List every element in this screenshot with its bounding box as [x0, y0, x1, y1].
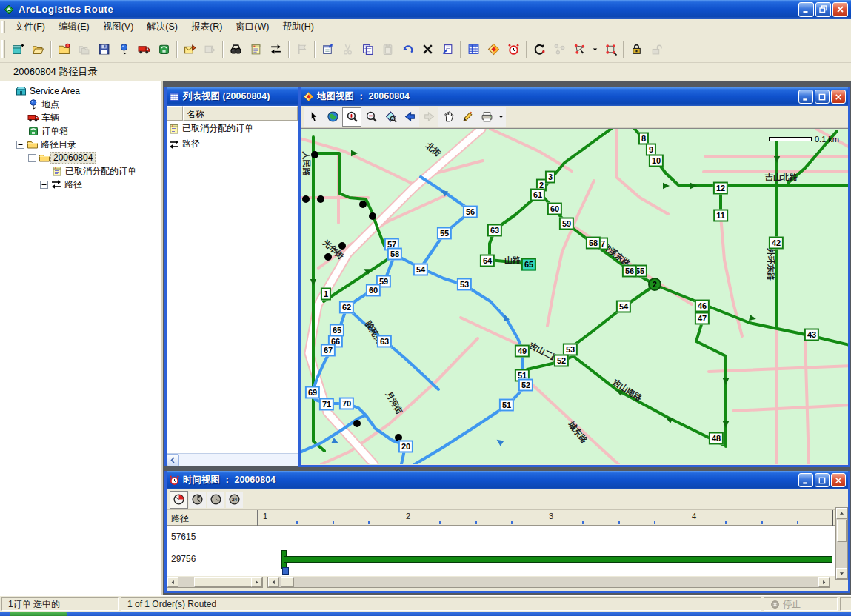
pan-button[interactable]: [438, 107, 458, 127]
restore-button[interactable]: [815, 2, 831, 17]
paste-button[interactable]: [378, 39, 398, 59]
copy-button[interactable]: [358, 39, 378, 59]
stop-marker-12[interactable]: 12: [713, 182, 728, 195]
stop-marker-62[interactable]: 62: [339, 301, 354, 314]
menu-item-5[interactable]: 窗口(W): [229, 19, 276, 36]
new-service-area-button[interactable]: [8, 39, 28, 59]
list-column-name[interactable]: 名称: [183, 106, 298, 121]
back-extent-button[interactable]: [400, 107, 419, 127]
time-cursor[interactable]: [282, 567, 289, 575]
stop-marker-71[interactable]: 71: [319, 398, 334, 411]
unassigned-orders-button[interactable]: [246, 39, 266, 59]
undo-button[interactable]: [398, 39, 418, 59]
stop-marker-43[interactable]: 43: [804, 329, 819, 341]
sidebar-item-路径目录[interactable]: 路径目录: [0, 138, 161, 151]
stop-marker-69[interactable]: 69: [305, 386, 320, 399]
stop-marker-63[interactable]: 63: [487, 224, 502, 237]
sidebar-item-Service Area[interactable]: Service Area: [0, 84, 161, 98]
print-button[interactable]: [477, 107, 496, 127]
map-close-button[interactable]: [831, 90, 846, 104]
stop-marker-10[interactable]: 10: [649, 155, 664, 167]
stop-marker-20[interactable]: 20: [398, 441, 413, 453]
list-window-titlebar[interactable]: 列表视图 (20060804): [167, 87, 298, 106]
route-row-29756[interactable]: 29756: [171, 554, 196, 564]
map-minimize-button[interactable]: [798, 90, 813, 104]
sidebar-item-已取消分配的订单[interactable]: 已取消分配的订单: [0, 164, 161, 178]
zoom-in-button[interactable]: [342, 107, 361, 127]
import-orders-button[interactable]: [180, 39, 200, 59]
menu-item-2[interactable]: 视图(V): [96, 19, 141, 36]
scale-4-hour-button[interactable]: [188, 491, 207, 509]
menu-item-4[interactable]: 报表(R): [184, 19, 229, 36]
menu-item-1[interactable]: 编辑(E): [52, 19, 96, 36]
stop-marker-47[interactable]: 47: [695, 312, 710, 325]
stop-marker-58[interactable]: 58: [586, 237, 601, 250]
assign-dropdown-button[interactable]: [590, 39, 601, 59]
timeline-horizontal-scrollbar[interactable]: [267, 577, 830, 588]
time-close-button[interactable]: [831, 473, 846, 487]
time-column-separator[interactable]: [257, 510, 258, 526]
status-grip[interactable]: [840, 597, 851, 611]
time-window-titlebar[interactable]: 时间视图 ： 20060804: [167, 471, 848, 489]
scrollbar-thumb[interactable]: [837, 520, 847, 542]
close-button[interactable]: [832, 2, 848, 17]
stop-button[interactable]: 停止: [764, 597, 838, 611]
full-extent-button[interactable]: [323, 107, 342, 127]
export-orders-button[interactable]: [200, 39, 220, 59]
stop-marker-58[interactable]: 58: [387, 248, 402, 261]
save-button[interactable]: [94, 39, 114, 59]
stop-marker-56[interactable]: 56: [622, 265, 637, 278]
open-project-button[interactable]: [28, 39, 48, 59]
minimize-button[interactable]: [798, 2, 814, 17]
route-time-bar[interactable]: [284, 556, 832, 563]
delete-button[interactable]: [418, 39, 438, 59]
stop-marker-49[interactable]: 49: [515, 345, 530, 358]
map-view-button[interactable]: [484, 39, 504, 59]
expand-icon[interactable]: [40, 181, 48, 189]
time-maximize-button[interactable]: [815, 473, 830, 487]
stop-marker-53[interactable]: 53: [457, 278, 472, 291]
duplicate-button[interactable]: [438, 39, 458, 59]
menu-item-0[interactable]: 文件(F): [8, 19, 52, 36]
stop-marker-52[interactable]: 52: [554, 355, 569, 367]
route-row-57615[interactable]: 57615: [171, 532, 196, 542]
list-horizontal-scrollbar[interactable]: [167, 453, 298, 466]
draw-button[interactable]: [458, 107, 477, 127]
solve-button[interactable]: [530, 39, 550, 59]
toolbar-grip[interactable]: [1, 40, 5, 58]
stop-marker-65[interactable]: 65: [521, 258, 536, 271]
vehicles-button[interactable]: [134, 39, 154, 59]
scroll-right-icon[interactable]: [818, 578, 830, 587]
stop-marker-48[interactable]: 48: [709, 432, 724, 445]
stop-marker-60[interactable]: 60: [547, 203, 562, 215]
stop-marker-11[interactable]: 11: [713, 210, 728, 222]
stop-marker-51[interactable]: 51: [499, 399, 514, 412]
stop-marker-55[interactable]: 55: [437, 227, 452, 240]
stop-marker-64[interactable]: 64: [480, 255, 495, 267]
stop-marker-67[interactable]: 67: [321, 344, 336, 357]
find-button[interactable]: [226, 39, 246, 59]
stop-marker-56[interactable]: 56: [463, 206, 478, 218]
sidebar-item-订单箱[interactable]: 订单箱: [0, 124, 161, 138]
orders-box-button[interactable]: [154, 39, 174, 59]
sidebar-item-路径[interactable]: 路径: [0, 178, 161, 191]
scrollbar-thumb[interactable]: [281, 578, 294, 587]
scale-24-hour-button[interactable]: 24: [225, 491, 244, 509]
zoom-out-button[interactable]: [361, 107, 381, 127]
new-folder-button[interactable]: [54, 39, 74, 59]
copy-folder-button[interactable]: [74, 39, 94, 59]
scroll-left-icon[interactable]: [167, 454, 179, 466]
scroll-left-icon[interactable]: [167, 578, 178, 587]
stop-marker-54[interactable]: 54: [413, 264, 428, 276]
depot-marker-2[interactable]: 2: [648, 278, 661, 291]
forward-extent-button[interactable]: [419, 107, 438, 127]
unlock-button[interactable]: [647, 39, 667, 59]
stop-marker-52[interactable]: 52: [518, 379, 533, 392]
stop-marker-61[interactable]: 61: [530, 189, 545, 201]
stop-marker-70[interactable]: 70: [339, 398, 354, 410]
assign-button[interactable]: [570, 39, 590, 59]
sidebar-item-地点[interactable]: 地点: [0, 98, 161, 111]
unassign-button[interactable]: [601, 39, 621, 59]
list-column-blank[interactable]: [167, 106, 183, 121]
stop-marker-59[interactable]: 59: [559, 218, 574, 230]
